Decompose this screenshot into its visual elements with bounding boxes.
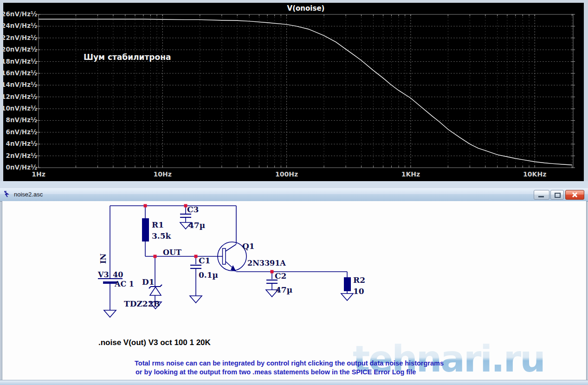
component-c1[interactable]: C1 0.1µ <box>190 256 218 303</box>
y-tick-label: 14nV/Hz½ <box>1 81 37 88</box>
q1-value[interactable]: 2N3391A <box>247 259 286 268</box>
trace-title[interactable]: V(onoise) <box>213 4 399 13</box>
y-tick-label: 12nV/Hz½ <box>1 93 37 100</box>
v3-ref[interactable]: V3 <box>97 270 109 279</box>
c3-ref[interactable]: C3 <box>187 205 199 214</box>
d1-value[interactable]: TDZ22B <box>124 299 160 308</box>
component-c2[interactable]: C2 47µ <box>266 271 292 297</box>
r1-ref[interactable]: R1 <box>152 220 164 229</box>
v3-ground-icon <box>104 310 116 317</box>
component-r2[interactable]: R2 10 <box>341 275 365 300</box>
r1-body[interactable] <box>142 218 149 241</box>
spice-directive[interactable]: .noise V(out) V3 oct 100 1 20K <box>98 338 211 347</box>
v3-value[interactable]: 40 <box>113 270 123 279</box>
r2-ground-icon <box>341 294 353 300</box>
x-tick-label: 1Hz <box>20 170 57 178</box>
comment-line-2[interactable]: or by looking at the output from two .me… <box>136 368 416 376</box>
c1-ground-icon <box>190 296 202 303</box>
schematic-drawing[interactable]: R1 3.5k C3 47µ OUT IN Q1 2N3391A <box>0 188 588 385</box>
y-tick-label: 16nV/Hz½ <box>1 69 37 77</box>
r2-body[interactable] <box>344 277 351 291</box>
q1-base-bar <box>223 248 226 264</box>
y-tick-label: 8nV/Hz½ <box>1 116 37 124</box>
r2-ref[interactable]: R2 <box>353 275 365 285</box>
component-v3[interactable]: V3 40 AC 1 <box>97 270 134 317</box>
plot-svg[interactable] <box>0 0 588 186</box>
noise-curve[interactable] <box>39 19 572 165</box>
y-tick-label: 2nV/Hz½ <box>1 152 37 159</box>
component-q1[interactable]: Q1 2N3391A <box>218 241 286 272</box>
y-tick-label: 18nV/Hz½ <box>1 58 37 65</box>
y-tick-label: 4nV/Hz½ <box>1 140 37 147</box>
c1-value[interactable]: 0.1µ <box>199 270 218 280</box>
c2-value[interactable]: 47µ <box>276 285 292 294</box>
r1-value[interactable]: 3.5k <box>152 231 172 241</box>
net-label-out[interactable]: OUT <box>163 248 181 257</box>
waveform-panel: V(onoise) Шум стабилитрона 0nV/Hz½2nV/Hz… <box>0 0 588 188</box>
window-bottom-edge <box>0 380 588 385</box>
y-tick-label: 26nV/Hz½ <box>1 10 37 18</box>
component-c3[interactable]: C3 47µ <box>180 205 205 230</box>
plot-annotation: Шум стабилитрона <box>84 52 171 62</box>
screen: V(onoise) Шум стабилитрона 0nV/Hz½2nV/Hz… <box>0 0 588 385</box>
x-tick-label: 100Hz <box>268 170 305 178</box>
c2-ref[interactable]: C2 <box>275 271 286 281</box>
x-tick-label: 10KHz <box>516 170 553 178</box>
comment-line-1[interactable]: Total rms noise can can be integrated by… <box>135 359 444 367</box>
y-tick-label: 20nV/Hz½ <box>1 46 37 53</box>
x-tick-label: 1KHz <box>392 170 429 178</box>
x-tick-label: 10Hz <box>144 170 181 178</box>
q1-ref[interactable]: Q1 <box>242 241 255 251</box>
y-tick-label: 24nV/Hz½ <box>1 22 37 29</box>
d1-ref[interactable]: D1 <box>142 277 155 287</box>
c3-value[interactable]: 47µ <box>188 221 205 230</box>
r2-value[interactable]: 10 <box>353 287 364 296</box>
y-tick-label: 6nV/Hz½ <box>1 128 37 136</box>
c1-ref[interactable]: C1 <box>199 256 210 265</box>
component-r1[interactable]: R1 3.5k <box>142 218 172 241</box>
y-tick-label: 22nV/Hz½ <box>1 34 37 41</box>
y-tick-label: 10nV/Hz½ <box>1 104 37 112</box>
y-tick-label: 0nV/Hz½ <box>1 163 37 171</box>
net-label-in[interactable]: IN <box>99 254 108 264</box>
v3-ac-value[interactable]: AC 1 <box>114 280 134 288</box>
window-frame-gap <box>0 181 588 189</box>
